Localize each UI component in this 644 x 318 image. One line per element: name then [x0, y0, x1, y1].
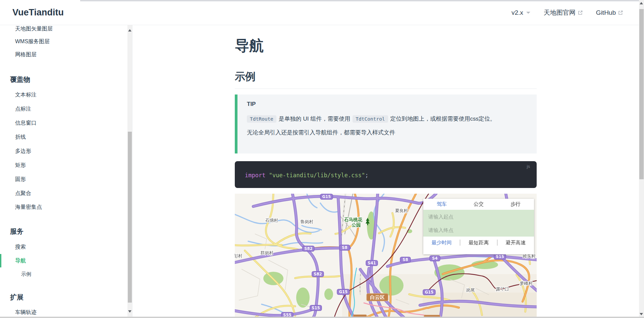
window-top-edge — [80, 0, 639, 1]
route-strategy-options: 最少时间 最短距离 避开高速 — [423, 237, 534, 249]
map-label: 石塘村 — [265, 218, 278, 223]
map-label: 萝峰村 — [520, 281, 533, 286]
page-scrollbar[interactable] — [639, 0, 644, 318]
map-label: 露丫口 — [496, 287, 509, 292]
code-string: "vue-tianditu/lib/style.css" — [269, 172, 365, 179]
road-shield: S15 — [496, 254, 504, 259]
road-shield: S82 — [314, 272, 322, 276]
sidebar-scrollbar-thumb[interactable] — [128, 132, 132, 303]
sidebar-item-rectangle[interactable]: 矩形 — [0, 162, 127, 169]
inline-code: TdtControl — [353, 115, 388, 123]
tip-paragraph: TdtRoute是单独的 UI 组件，需要使用TdtControl定位到地图上，… — [247, 115, 527, 123]
sidebar-item-mass-points[interactable]: 海量密集点 — [0, 203, 127, 211]
option-avoid-highway[interactable]: 避开高速 — [497, 240, 534, 246]
active-item-indicator — [0, 254, 1, 267]
code-terminator: ; — [365, 172, 368, 179]
sidebar-scrollbar[interactable] — [127, 25, 132, 317]
code-line: import "vue-tianditu/lib/style.css"; — [245, 172, 369, 179]
version-dropdown[interactable]: v2.x — [512, 9, 530, 16]
tip-text: 是单独的 UI 组件，需要使用 — [279, 116, 350, 122]
tab-walking[interactable]: 步行 — [511, 201, 521, 207]
option-shortest-distance[interactable]: 最短距离 — [460, 240, 497, 246]
window-bottom-edge — [0, 317, 644, 318]
map-label: 群岗村 — [261, 250, 274, 255]
map-label: 夏良村 — [395, 208, 408, 213]
sidebar-item-polyline[interactable]: 折线 — [0, 133, 127, 141]
sidebar-item-vehicle-track[interactable]: 车辆轨迹 — [0, 309, 127, 316]
tianditu-site-label: 天地图官网 — [544, 8, 576, 17]
option-least-time[interactable]: 最少时间 — [423, 240, 460, 246]
scroll-up-arrow-icon[interactable] — [128, 29, 131, 31]
route-inputs — [423, 210, 534, 237]
sidebar-item-circle[interactable]: 圆形 — [0, 176, 127, 183]
tip-callout: TIP TdtRoute是单独的 UI 组件，需要使用TdtControl定位到… — [235, 94, 537, 153]
code-block: js import "vue-tianditu/lib/style.css"; — [235, 161, 537, 188]
map-label: 岭头村 — [523, 254, 536, 259]
sidebar-item-point-marker[interactable]: 点标注 — [0, 105, 127, 113]
road-shield: G15 — [322, 194, 331, 199]
sidebar-divider — [132, 25, 132, 317]
scroll-down-arrow-icon[interactable] — [128, 310, 131, 313]
road-shield: G15 — [425, 290, 433, 295]
external-link-icon — [618, 10, 623, 15]
external-link-icon — [578, 10, 583, 15]
road-shield: S8 — [402, 257, 408, 262]
tip-paragraph: 无论全局引入还是按需引入导航组件，都需要导入样式文件 — [247, 129, 527, 136]
version-label: v2.x — [512, 9, 523, 16]
scroll-up-arrow-icon[interactable] — [640, 2, 643, 4]
github-label: GitHub — [596, 9, 616, 16]
code-language-badge: js — [527, 164, 530, 169]
inline-code: TdtRoute — [247, 115, 276, 123]
map-canvas[interactable]: G15 S82 S8 S41 S82 G15 S15 S55 S8 S4 G15… — [235, 194, 537, 318]
sidebar-item-cluster[interactable]: 点聚合 — [0, 190, 127, 197]
sidebar-item-text-label[interactable]: 文本标注 — [0, 91, 127, 99]
tab-transit[interactable]: 公交 — [474, 201, 484, 207]
road-shield: S41 — [368, 261, 376, 265]
park-label-line2: 公园 — [352, 222, 361, 228]
sidebar-item-route[interactable]: 导航 — [0, 257, 127, 264]
page-scrollbar-thumb[interactable] — [639, 9, 644, 179]
district-badge: 白云区 — [370, 295, 385, 300]
sidebar-item-vector-layer[interactable]: 天地图矢量图层 — [0, 25, 127, 33]
sidebar-item-wms-layer[interactable]: WMS服务图层 — [0, 38, 127, 45]
github-link[interactable]: GitHub — [596, 9, 623, 16]
chevron-down-icon — [526, 12, 530, 14]
sidebar-item-grid-layer[interactable]: 网格图层 — [0, 51, 127, 58]
route-end-input[interactable] — [428, 223, 529, 237]
tip-title: TIP — [247, 101, 527, 108]
map-label: 鲁岗村 — [301, 219, 314, 224]
navbar: VueTianditu v2.x 天地图官网 GitHub — [0, 0, 639, 25]
sidebar-item-search[interactable]: 搜索 — [0, 243, 127, 251]
road-shield: S15 — [312, 306, 320, 310]
sidebar-header-overlays: 覆盖物 — [0, 75, 127, 84]
site-logo[interactable]: VueTianditu — [12, 7, 64, 18]
sidebar-header-services: 服务 — [0, 227, 127, 236]
road-shield: S8 — [342, 245, 347, 250]
tab-driving[interactable]: 驾车 — [437, 201, 447, 207]
tip-text: 定位到地图上，或根据需要使用css定位。 — [390, 116, 496, 122]
scroll-down-arrow-icon[interactable] — [640, 313, 643, 315]
sidebar: 天地图矢量图层 WMS服务图层 网格图层 覆盖物 文本标注 点标注 信息窗口 折… — [0, 25, 127, 317]
road-shield: S4 — [432, 256, 437, 261]
code-keyword: import — [245, 172, 265, 179]
sidebar-header-extensions: 扩展 — [0, 293, 127, 302]
sidebar-subitem-example[interactable]: 示例 — [0, 270, 127, 278]
route-start-input[interactable] — [428, 210, 529, 223]
tianditu-site-link[interactable]: 天地图官网 — [544, 8, 583, 17]
sidebar-item-polygon[interactable]: 多边形 — [0, 147, 127, 155]
page-title: 导航 — [235, 36, 264, 56]
sidebar-item-info-window[interactable]: 信息窗口 — [0, 119, 127, 127]
map-label: 岗尾 — [466, 288, 475, 293]
section-heading: 示例 — [235, 70, 537, 89]
route-mode-tabs: 驾车 公交 步行 — [423, 199, 534, 210]
map-label: 彭村 — [235, 253, 243, 258]
road-shield: G15 — [339, 290, 347, 294]
road-shield: S82 — [304, 246, 312, 251]
park-label-line1: 石马桃花 — [344, 217, 363, 222]
route-panel: 驾车 公交 步行 最少时间 最短距离 避开高速 — [423, 199, 534, 254]
